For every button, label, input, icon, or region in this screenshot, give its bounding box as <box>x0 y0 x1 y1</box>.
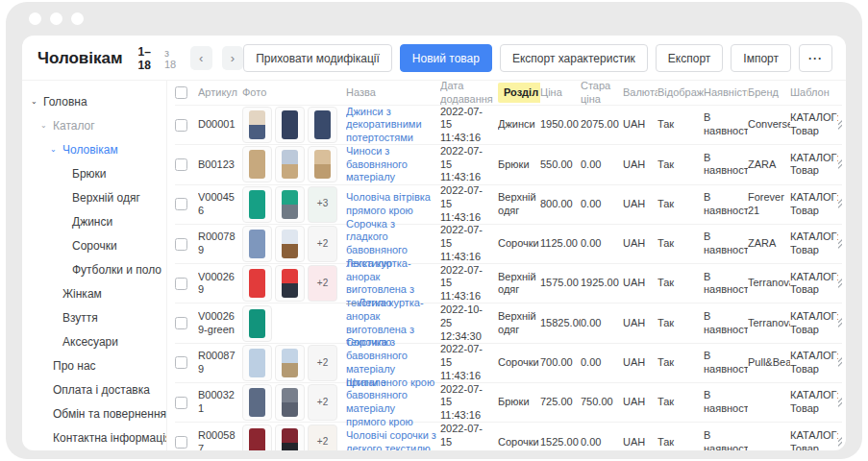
product-photo-thumbnail[interactable] <box>242 226 272 262</box>
edit-pencil-icon[interactable] <box>838 278 842 290</box>
more-photos-badge[interactable]: +2 <box>308 425 337 450</box>
edit-pencil-icon[interactable] <box>838 158 842 171</box>
export-button[interactable]: Експорт <box>656 44 723 72</box>
more-photos-badge[interactable]: +2 <box>308 265 337 302</box>
product-photo-thumbnail[interactable] <box>275 345 305 381</box>
sidebar-item-6[interactable]: Джинси <box>22 209 166 233</box>
product-photo-thumbnail[interactable] <box>275 226 305 262</box>
new-product-button[interactable]: Новий товар <box>400 44 492 72</box>
edit-pencil-icon[interactable] <box>838 198 842 210</box>
row-checkbox[interactable] <box>175 119 187 132</box>
row-checkbox[interactable] <box>175 198 187 210</box>
row-checkbox[interactable] <box>175 278 187 290</box>
more-photos-badge[interactable]: +2 <box>308 345 337 381</box>
window-dot[interactable] <box>71 12 84 25</box>
edit-pencil-icon[interactable] <box>838 119 842 132</box>
product-photo-thumbnail[interactable] <box>275 146 305 182</box>
row-checkbox[interactable] <box>175 436 187 449</box>
date-added: 2022-07-1511:43:16 <box>440 145 498 184</box>
sidebar-item-11[interactable]: Аксесуари <box>22 329 166 353</box>
table-row: V000269+2Легка куртка-анорак виготовлена… <box>175 264 842 303</box>
product-availability: В наявності <box>704 152 748 179</box>
product-photo-thumbnail[interactable] <box>242 146 272 182</box>
product-name-link[interactable]: Чоловіча вітрівка прямого крою <box>346 191 431 216</box>
hide-modifications-button[interactable]: Приховати модифікації <box>243 44 392 72</box>
sidebar-item-15[interactable]: Контактна інформація <box>22 425 166 449</box>
sidebar-item-1[interactable]: ⌄Головна <box>22 89 166 113</box>
product-photo-thumbnail[interactable] <box>308 107 337 143</box>
edit-pencil-icon[interactable] <box>838 317 842 329</box>
product-photo-thumbnail[interactable] <box>275 107 305 143</box>
sidebar-item-4[interactable]: Брюки <box>22 161 166 185</box>
sidebar-item-label: Оплата і доставка <box>53 383 150 397</box>
product-photo-thumbnail[interactable] <box>275 265 305 302</box>
sidebar-item-3[interactable]: ⌄Чоловікам <box>22 137 166 161</box>
sidebar-item-5[interactable]: Верхній одяг <box>22 185 166 209</box>
product-photo-thumbnail[interactable] <box>242 305 272 342</box>
more-photos-badge[interactable]: +2 <box>308 384 337 421</box>
table-row: R000879+2Сорочка з бавовняного матеріалу… <box>175 344 842 383</box>
product-photo-thumbnail[interactable] <box>242 265 272 302</box>
product-name-link[interactable]: Чоловічі сорочки з легкого текстилю <box>346 429 436 450</box>
toolbar: Приховати модифікаціїНовий товарЕкспорт … <box>243 44 832 72</box>
sidebar-item-label: Футболки и поло <box>72 263 161 277</box>
section-sort-header[interactable]: Розділ⇵ <box>498 83 540 104</box>
product-photo-thumbnail[interactable] <box>308 146 337 182</box>
product-name-link[interactable]: Джинси з декоративними потертостями <box>346 106 422 143</box>
product-photo-thumbnail[interactable] <box>242 186 272 223</box>
product-old-price: 0.00 <box>581 237 623 251</box>
sidebar-item-13[interactable]: Оплата і доставка <box>22 377 166 401</box>
sidebar-item-12[interactable]: Про нас <box>22 353 166 377</box>
edit-pencil-icon[interactable] <box>838 397 842 409</box>
product-name-cell: Штани з бавовняного матеріалу прямого кр… <box>346 376 440 429</box>
more-actions-button[interactable]: ··· <box>799 44 832 72</box>
edit-pencil-icon[interactable] <box>838 238 842 251</box>
product-sku: R000879 <box>198 350 242 376</box>
window-dot[interactable] <box>50 12 62 25</box>
date-added: 2022-07-1511:43:16 <box>440 343 498 382</box>
window-dot[interactable] <box>29 12 41 25</box>
row-checkbox-cell <box>175 278 198 290</box>
template-line-2: Товар <box>790 402 834 416</box>
sidebar-item-9[interactable]: Жінкам <box>22 281 166 305</box>
row-checkbox[interactable] <box>175 356 187 369</box>
product-photo-thumbnail[interactable] <box>275 425 305 450</box>
more-photos-badge[interactable]: +3 <box>308 186 337 223</box>
product-photo-thumbnail[interactable] <box>275 384 305 421</box>
prev-page-button[interactable]: ‹ <box>190 46 212 70</box>
product-photo-thumbnail[interactable] <box>242 107 272 143</box>
row-checkbox[interactable] <box>175 158 187 171</box>
product-availability: В наявності <box>704 111 748 138</box>
more-photos-badge[interactable]: +2 <box>308 226 337 262</box>
product-photo-thumbnail[interactable] <box>242 345 272 381</box>
select-all-checkbox[interactable] <box>175 86 187 99</box>
product-display-flag: Так <box>657 277 704 290</box>
sidebar-item-2[interactable]: ⌄Каталог <box>22 113 166 137</box>
row-checkbox[interactable] <box>175 397 187 409</box>
row-checkbox[interactable] <box>175 317 187 329</box>
sidebar-item-label: Про нас <box>53 359 96 373</box>
sidebar-item-16[interactable]: Блог <box>22 449 166 450</box>
row-actions <box>838 158 842 171</box>
product-name-link[interactable]: Штани з бавовняного матеріалу прямого кр… <box>346 376 413 427</box>
date-value: 2022-07-15 <box>440 224 494 251</box>
table-header-row: АртикулФотоНазваДата додаванняРозділ⇵Цін… <box>175 81 842 106</box>
product-display-flag: Так <box>657 356 704 370</box>
next-page-button[interactable]: › <box>222 46 244 70</box>
sidebar-item-8[interactable]: Футболки и поло <box>22 257 166 281</box>
edit-pencil-icon[interactable] <box>838 436 842 449</box>
product-photo-thumbnail[interactable] <box>242 425 272 450</box>
export-characteristics-button[interactable]: Експорт характеристик <box>500 44 648 72</box>
product-photo-thumbnail[interactable] <box>275 186 305 223</box>
sidebar-item-10[interactable]: Взуття <box>22 305 166 329</box>
sidebar-item-7[interactable]: Сорочки <box>22 233 166 257</box>
edit-pencil-icon[interactable] <box>838 356 842 369</box>
row-checkbox[interactable] <box>175 238 187 251</box>
row-actions <box>838 317 842 329</box>
product-section: Сорочки <box>498 356 540 370</box>
column-header-label: Розділ <box>504 86 538 100</box>
product-name-link[interactable]: Чиноси з бавовняного матеріалу <box>346 145 408 183</box>
sidebar-item-14[interactable]: Обмін та повернення <box>22 401 166 425</box>
import-button[interactable]: Імпорт <box>731 44 791 72</box>
product-photo-thumbnail[interactable] <box>242 384 272 421</box>
